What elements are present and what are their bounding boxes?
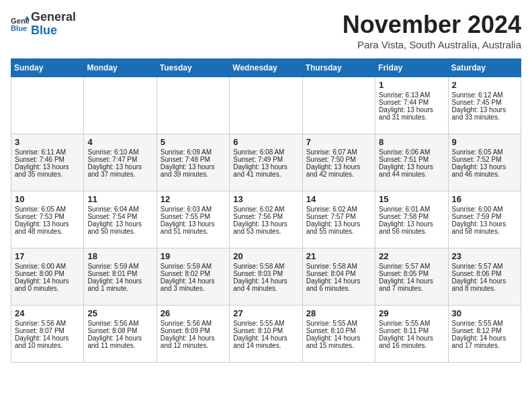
day-detail: Sunrise: 5:57 AM bbox=[452, 263, 517, 270]
day-number: 6 bbox=[233, 137, 298, 147]
day-detail: Sunrise: 6:02 AM bbox=[233, 205, 298, 213]
day-detail: Daylight: 14 hours bbox=[87, 277, 152, 285]
day-detail: Sunrise: 6:12 AM bbox=[452, 91, 517, 99]
day-number: 21 bbox=[306, 251, 371, 261]
day-detail: and 35 minutes. bbox=[15, 171, 80, 178]
day-detail: Sunset: 8:04 PM bbox=[306, 270, 371, 277]
header-day-wednesday: Wednesday bbox=[230, 59, 302, 77]
day-detail: Sunset: 8:10 PM bbox=[233, 327, 298, 334]
day-detail: and 14 minutes. bbox=[233, 342, 298, 349]
day-detail: and 55 minutes. bbox=[306, 228, 371, 235]
day-detail: and 53 minutes. bbox=[233, 228, 298, 235]
day-detail: and 10 minutes. bbox=[15, 342, 80, 349]
day-detail: and 4 minutes. bbox=[233, 285, 298, 292]
svg-text:Blue: Blue bbox=[11, 24, 27, 32]
day-cell: 20Sunrise: 5:58 AMSunset: 8:03 PMDayligh… bbox=[230, 248, 302, 306]
day-number: 9 bbox=[452, 137, 517, 147]
day-detail: Sunrise: 5:59 AM bbox=[161, 263, 226, 270]
header-row: SundayMondayTuesdayWednesdayThursdayFrid… bbox=[11, 59, 521, 77]
day-cell: 4Sunrise: 6:10 AMSunset: 7:47 PMDaylight… bbox=[84, 134, 157, 191]
day-number: 29 bbox=[379, 308, 444, 318]
day-cell: 2Sunrise: 6:12 AMSunset: 7:45 PMDaylight… bbox=[448, 77, 521, 134]
day-detail: Sunset: 8:11 PM bbox=[379, 327, 444, 334]
day-detail: Sunrise: 6:04 AM bbox=[87, 205, 152, 213]
day-number: 23 bbox=[452, 251, 517, 261]
day-cell bbox=[230, 77, 302, 134]
day-detail: Sunrise: 5:59 AM bbox=[87, 263, 152, 270]
day-detail: and 16 minutes. bbox=[379, 342, 444, 349]
day-detail: Sunrise: 6:00 AM bbox=[452, 205, 517, 213]
day-detail: Daylight: 13 hours bbox=[452, 106, 517, 113]
day-number: 22 bbox=[379, 251, 444, 261]
day-cell: 28Sunrise: 5:55 AMSunset: 8:10 PMDayligh… bbox=[302, 306, 375, 363]
day-detail: and 8 minutes. bbox=[452, 285, 517, 292]
page-header: General Blue General Blue November 2024 … bbox=[11, 11, 521, 50]
day-detail: Daylight: 14 hours bbox=[233, 334, 298, 342]
day-cell bbox=[302, 77, 375, 134]
day-number: 19 bbox=[161, 251, 226, 261]
day-detail: Sunrise: 5:58 AM bbox=[233, 263, 298, 270]
day-detail: Sunset: 7:59 PM bbox=[452, 213, 517, 220]
day-number: 3 bbox=[15, 137, 80, 147]
day-detail: Sunrise: 6:08 AM bbox=[233, 148, 298, 156]
day-cell: 24Sunrise: 5:56 AMSunset: 8:07 PMDayligh… bbox=[11, 306, 84, 363]
day-detail: Sunset: 7:46 PM bbox=[15, 156, 80, 163]
day-number: 11 bbox=[87, 194, 152, 204]
day-detail: Sunrise: 6:11 AM bbox=[15, 148, 80, 156]
day-cell: 1Sunrise: 6:13 AMSunset: 7:44 PMDaylight… bbox=[375, 77, 448, 134]
header-day-tuesday: Tuesday bbox=[157, 59, 229, 77]
month-title: November 2024 bbox=[343, 11, 521, 39]
day-detail: Sunrise: 5:55 AM bbox=[306, 320, 371, 327]
day-detail: and 41 minutes. bbox=[233, 171, 298, 178]
day-cell: 27Sunrise: 5:55 AMSunset: 8:10 PMDayligh… bbox=[230, 306, 302, 363]
day-detail: Daylight: 13 hours bbox=[379, 106, 444, 113]
day-detail: Sunrise: 5:55 AM bbox=[233, 320, 298, 327]
day-detail: and 33 minutes. bbox=[452, 113, 517, 121]
day-detail: Sunrise: 5:56 AM bbox=[161, 320, 226, 327]
day-detail: Daylight: 14 hours bbox=[452, 334, 517, 342]
logo-text: General Blue bbox=[31, 11, 76, 38]
day-cell: 30Sunrise: 5:55 AMSunset: 8:12 PMDayligh… bbox=[448, 306, 521, 363]
day-detail: Daylight: 13 hours bbox=[233, 163, 298, 171]
day-detail: Daylight: 14 hours bbox=[87, 334, 152, 342]
day-detail: Sunset: 8:00 PM bbox=[15, 270, 80, 277]
header-day-thursday: Thursday bbox=[302, 59, 375, 77]
day-detail: Sunrise: 6:01 AM bbox=[379, 205, 444, 213]
day-detail: and 56 minutes. bbox=[379, 228, 444, 235]
day-number: 5 bbox=[161, 137, 226, 147]
day-detail: Sunset: 8:06 PM bbox=[452, 270, 517, 277]
day-detail: Sunrise: 5:55 AM bbox=[452, 320, 517, 327]
calendar-table: SundayMondayTuesdayWednesdayThursdayFrid… bbox=[11, 58, 521, 363]
day-detail: Daylight: 13 hours bbox=[161, 163, 226, 171]
day-detail: Sunset: 7:54 PM bbox=[87, 213, 152, 220]
logo: General Blue General Blue bbox=[11, 11, 76, 38]
day-detail: Sunset: 7:53 PM bbox=[15, 213, 80, 220]
day-number: 10 bbox=[15, 194, 80, 204]
day-cell: 16Sunrise: 6:00 AMSunset: 7:59 PMDayligh… bbox=[448, 191, 521, 248]
day-cell: 15Sunrise: 6:01 AMSunset: 7:58 PMDayligh… bbox=[375, 191, 448, 248]
week-row-3: 10Sunrise: 6:05 AMSunset: 7:53 PMDayligh… bbox=[11, 191, 521, 248]
day-detail: and 11 minutes. bbox=[87, 342, 152, 349]
day-cell: 25Sunrise: 5:56 AMSunset: 8:08 PMDayligh… bbox=[84, 306, 157, 363]
day-cell: 21Sunrise: 5:58 AMSunset: 8:04 PMDayligh… bbox=[302, 248, 375, 306]
day-detail: Sunrise: 5:56 AM bbox=[87, 320, 152, 327]
day-detail: Daylight: 14 hours bbox=[379, 334, 444, 342]
day-cell: 3Sunrise: 6:11 AMSunset: 7:46 PMDaylight… bbox=[11, 134, 84, 191]
day-detail: Daylight: 13 hours bbox=[161, 220, 226, 228]
day-number: 15 bbox=[379, 194, 444, 204]
week-row-1: 1Sunrise: 6:13 AMSunset: 7:44 PMDaylight… bbox=[11, 77, 521, 134]
day-detail: and 42 minutes. bbox=[306, 171, 371, 178]
day-detail: Sunset: 7:51 PM bbox=[379, 156, 444, 163]
day-detail: Sunset: 8:08 PM bbox=[87, 327, 152, 334]
day-detail: Sunrise: 5:57 AM bbox=[379, 263, 444, 270]
logo-icon: General Blue bbox=[11, 15, 30, 34]
day-cell bbox=[11, 77, 84, 134]
day-detail: Daylight: 13 hours bbox=[306, 163, 371, 171]
day-detail: and 6 minutes. bbox=[306, 285, 371, 292]
day-cell: 8Sunrise: 6:06 AMSunset: 7:51 PMDaylight… bbox=[375, 134, 448, 191]
day-detail: Daylight: 14 hours bbox=[306, 277, 371, 285]
day-detail: Sunrise: 6:05 AM bbox=[452, 148, 517, 156]
day-detail: and 48 minutes. bbox=[15, 228, 80, 235]
day-detail: and 12 minutes. bbox=[161, 342, 226, 349]
day-detail: Sunset: 8:10 PM bbox=[306, 327, 371, 334]
